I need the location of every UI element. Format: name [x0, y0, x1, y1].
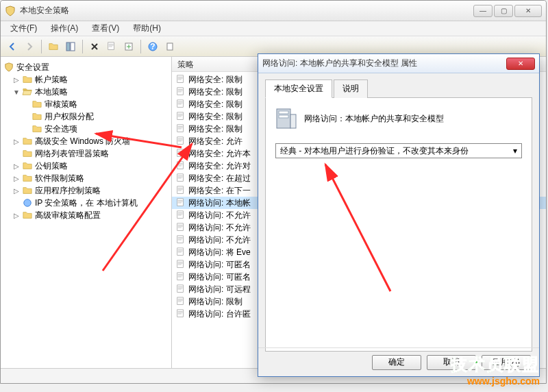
doc-icon: [176, 87, 186, 97]
tree-software-restrict[interactable]: ▷软件限制策略: [13, 172, 169, 184]
tree-ipsec[interactable]: IP 安全策略，在 本地计算机: [13, 197, 169, 209]
tree-label: 网络列表管理器策略: [35, 148, 109, 160]
toolbar-sep2: [82, 40, 83, 53]
expand-icon[interactable]: ▷: [13, 138, 20, 145]
delete-button[interactable]: [87, 39, 102, 54]
shield-icon: [3, 62, 14, 72]
folder-icon: [22, 186, 33, 195]
collapse-icon[interactable]: ▼: [13, 88, 20, 96]
list-item-label: 网络安全: 允许: [188, 136, 242, 147]
folder-icon: [32, 112, 42, 121]
doc-icon: [176, 235, 186, 245]
svg-point-11: [24, 199, 32, 207]
tree-adv-audit[interactable]: ▷高级审核策略配置: [13, 209, 169, 221]
tree-pane[interactable]: 安全设置 ▷帐户策略 ▼本地策略 审核策略 用户权限分配 安全选项 ▷高级安全 …: [1, 57, 172, 368]
tree-user-rights[interactable]: 用户权限分配: [23, 110, 169, 123]
refresh-button[interactable]: [162, 39, 177, 54]
expand-icon[interactable]: ▷: [13, 76, 20, 84]
doc-icon: [176, 124, 186, 134]
doc-icon: [176, 149, 186, 158]
properties-button[interactable]: [104, 39, 119, 54]
tab-local-security[interactable]: 本地安全设置: [265, 79, 332, 98]
tree-app-control[interactable]: ▷应用程序控制策略: [13, 184, 169, 197]
tree-label: 本地策略: [35, 86, 68, 98]
doc-icon: [176, 186, 186, 195]
window-title: 本地安全策略: [20, 5, 473, 16]
up-button[interactable]: [46, 39, 61, 54]
export-button[interactable]: [121, 39, 136, 54]
list-item-label: 网络访问: 不允许: [188, 234, 251, 246]
cancel-button[interactable]: 取消: [427, 355, 476, 370]
properties-dialog: 网络访问: 本地帐户的共享和安全模型 属性 ✕ 本地安全设置 说明 网络访问：本…: [258, 53, 540, 377]
folder-icon: [22, 136, 33, 146]
tree-local-policy[interactable]: ▼本地策略: [13, 86, 169, 98]
list-item-label: 网络安全: 限制: [188, 74, 242, 86]
back-button[interactable]: [5, 39, 20, 54]
list-item-label: 网络访问: 可匿名: [188, 259, 251, 271]
tree-root[interactable]: 安全设置: [3, 61, 169, 73]
tab-content: 网络访问：本地帐户的共享和安全模型 经典 - 对本地用户进行身份验证，不改变其本…: [265, 98, 532, 352]
doc-icon: [176, 112, 186, 121]
list-item-label: 网络安全: 限制: [188, 123, 242, 135]
maximize-button[interactable]: ▢: [494, 5, 513, 17]
menu-view[interactable]: 查看(V): [86, 21, 125, 36]
menu-file[interactable]: 文件(F): [5, 21, 42, 36]
show-hide-button[interactable]: [63, 39, 78, 54]
titlebar: 本地安全策略 — ▢ ✕: [1, 1, 546, 21]
doc-icon: [176, 284, 186, 294]
doc-icon: [176, 309, 186, 319]
doc-icon: [176, 75, 186, 84]
tree-account-policy[interactable]: ▷帐户策略: [13, 73, 169, 86]
doc-icon: [176, 260, 186, 269]
tab-description[interactable]: 说明: [334, 79, 368, 98]
doc-icon: [176, 210, 186, 220]
tree-label: 用户权限分配: [45, 111, 94, 123]
dialog-title: 网络访问: 本地帐户的共享和安全模型 属性: [262, 58, 506, 69]
tree-security-options[interactable]: 安全选项: [23, 123, 169, 135]
security-model-dropdown[interactable]: 经典 - 对本地用户进行身份验证，不改变其本来身份 ▾: [275, 143, 522, 158]
tree-label: 高级安全 Windows 防火墙: [35, 136, 130, 147]
list-item-label: 网络访问: 将 Eve: [188, 247, 251, 258]
toolbar-sep3: [140, 40, 141, 53]
expand-icon[interactable]: ▷: [13, 175, 20, 182]
expand-icon[interactable]: ▷: [13, 187, 20, 195]
doc-icon: [176, 198, 186, 208]
doc-icon: [176, 161, 186, 171]
doc-icon: [176, 223, 186, 232]
tree-public-key[interactable]: ▷公钥策略: [13, 160, 169, 172]
forward-button[interactable]: [22, 39, 37, 54]
tree-audit-policy[interactable]: 审核策略: [23, 98, 169, 110]
menu-action[interactable]: 操作(A): [45, 21, 84, 36]
expand-icon[interactable]: ▷: [13, 162, 20, 170]
tree-label: 软件限制策略: [35, 173, 84, 184]
tab-strip: 本地安全设置 说明: [265, 79, 532, 98]
tree-firewall[interactable]: ▷高级安全 Windows 防火墙: [13, 135, 169, 147]
tree-label: IP 安全策略，在 本地计算机: [35, 197, 138, 209]
minimize-button[interactable]: —: [473, 5, 493, 17]
dialog-close-button[interactable]: ✕: [506, 58, 535, 70]
folder-open-icon: [22, 87, 33, 97]
tree-nlm[interactable]: 网络列表管理器策略: [13, 147, 169, 160]
toolbar-sep: [41, 40, 42, 53]
list-item-label: 网络访问: 限制: [188, 296, 242, 308]
list-item-label: 网络安全: 在超过: [188, 173, 251, 184]
globe-icon: [22, 198, 33, 208]
close-button[interactable]: ✕: [514, 5, 542, 17]
list-item-label: 网络访问: 不允许: [188, 210, 251, 221]
expand-icon[interactable]: ▷: [13, 212, 20, 219]
policy-name: 网络访问：本地帐户的共享和安全模型: [304, 113, 444, 125]
list-item-label: 网络安全: 在下一: [188, 185, 251, 197]
list-item-label: 网络安全: 允许本: [188, 148, 251, 160]
server-icon: [275, 108, 297, 130]
list-item-label: 网络访问: 本地帐: [188, 197, 251, 209]
folder-icon: [22, 149, 33, 158]
help-button[interactable]: ?: [145, 39, 160, 54]
dialog-titlebar[interactable]: 网络访问: 本地帐户的共享和安全模型 属性 ✕: [258, 54, 539, 73]
ok-button[interactable]: 确定: [372, 355, 421, 370]
list-item-label: 网络访问: 可远程: [188, 284, 251, 295]
window-controls: — ▢ ✕: [473, 5, 542, 17]
apply-button[interactable]: 应用(A): [482, 355, 531, 370]
folder-icon: [22, 75, 33, 84]
list-item-label: 网络安全: 限制: [188, 111, 242, 123]
menu-help[interactable]: 帮助(H): [127, 21, 166, 36]
